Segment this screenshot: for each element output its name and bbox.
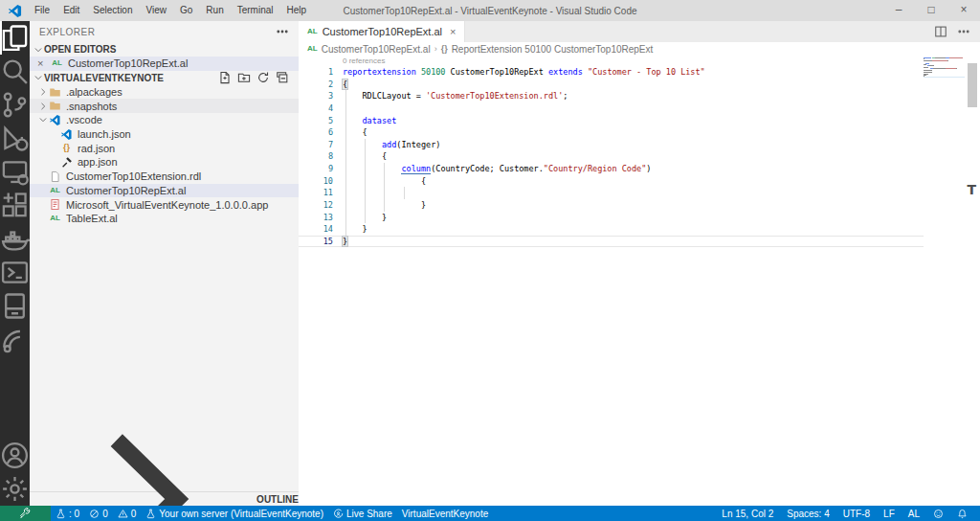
close-icon[interactable]: × bbox=[450, 26, 456, 37]
line-number[interactable]: 12 bbox=[299, 199, 333, 212]
code-line[interactable]: 10 { bbox=[299, 175, 924, 188]
workspace-name-item[interactable]: VirtualEventKeynote bbox=[397, 509, 493, 519]
account-icon[interactable] bbox=[0, 439, 30, 472]
code-line[interactable]: 15} bbox=[299, 236, 924, 248]
al-server-item[interactable]: Your own server (VirtualEventKeynote) bbox=[141, 509, 328, 519]
breadcrumb-item[interactable]: ReportExtension 50100 CustomerTop10RepEx… bbox=[452, 44, 654, 55]
tree-item--vscode[interactable]: .vscode bbox=[30, 113, 299, 127]
line-number[interactable]: 4 bbox=[299, 102, 333, 115]
new-file-icon[interactable] bbox=[218, 71, 232, 84]
code-line[interactable]: 9 column(CountryCode; Customer."Country/… bbox=[299, 163, 924, 175]
menu-go[interactable]: Go bbox=[173, 0, 199, 21]
encoding-item[interactable]: UTF-8 bbox=[836, 509, 877, 519]
open-editor-item[interactable]: ×ALCustomerTop10RepExt.al bbox=[30, 57, 299, 71]
signal-icon[interactable] bbox=[0, 323, 30, 356]
eol-item[interactable]: LF bbox=[877, 509, 902, 519]
problems-errors-item[interactable]: 0 bbox=[84, 509, 113, 519]
line-number[interactable]: 7 bbox=[299, 139, 333, 151]
run-debug-icon[interactable] bbox=[0, 122, 30, 155]
line-number[interactable]: 3 bbox=[299, 90, 333, 102]
problems-warnings-item[interactable]: 0 bbox=[113, 509, 142, 519]
codelens-references[interactable]: 0 references bbox=[299, 56, 980, 66]
code-line[interactable]: 7 add(Integer) bbox=[299, 139, 924, 151]
more-actions-icon[interactable] bbox=[957, 25, 970, 38]
code-line[interactable]: 4 bbox=[299, 102, 924, 115]
live-share-item[interactable]: Live Share bbox=[328, 509, 397, 519]
line-number[interactable]: 14 bbox=[299, 223, 333, 236]
tree-item-rad-json[interactable]: {}rad.json bbox=[30, 141, 299, 155]
code-line[interactable]: 13 } bbox=[299, 212, 924, 224]
minimize-button[interactable]: – bbox=[882, 0, 915, 21]
indentation-item[interactable]: Spaces: 4 bbox=[780, 509, 835, 519]
line-number[interactable]: 6 bbox=[299, 126, 333, 139]
storage-icon[interactable] bbox=[0, 289, 30, 323]
snapshot-count-item[interactable]: : 0 bbox=[51, 509, 84, 519]
new-folder-icon[interactable] bbox=[237, 71, 251, 84]
remote-explorer-icon[interactable] bbox=[0, 155, 30, 189]
split-editor-icon[interactable] bbox=[934, 25, 947, 38]
code-line[interactable]: 5 dataset bbox=[299, 115, 924, 127]
line-number[interactable]: 8 bbox=[299, 150, 333, 163]
line-number[interactable]: 11 bbox=[299, 187, 333, 199]
extensions-icon[interactable] bbox=[0, 189, 30, 222]
line-number[interactable]: 13 bbox=[299, 212, 333, 224]
feedback-item[interactable] bbox=[926, 509, 950, 519]
more-actions-icon[interactable] bbox=[276, 25, 289, 38]
search-icon[interactable] bbox=[0, 55, 30, 88]
tree-item--snapshots[interactable]: .snapshots bbox=[30, 99, 299, 113]
tree-item--alpackages[interactable]: .alpackages bbox=[30, 85, 299, 100]
scrollbar-thumb[interactable] bbox=[968, 63, 977, 107]
code-editor[interactable]: 0 references 1reportextension 50100 Cust… bbox=[299, 56, 980, 506]
tree-item-label: TableExt.al bbox=[66, 213, 118, 224]
close-icon[interactable]: × bbox=[37, 57, 49, 69]
code-line[interactable]: 2{ bbox=[299, 79, 924, 91]
tree-item-customertop10repext-al[interactable]: ALCustomerTop10RepExt.al bbox=[30, 184, 299, 198]
line-number[interactable]: 9 bbox=[299, 163, 333, 175]
remote-indicator[interactable] bbox=[0, 506, 51, 521]
menu-selection[interactable]: Selection bbox=[86, 0, 139, 21]
tree-item-microsoft-virtualeventkeynote-1-0-0-0-app[interactable]: Microsoft_VirtualEventKeynote_1.0.0.0.ap… bbox=[30, 197, 299, 212]
menu-run[interactable]: Run bbox=[199, 0, 230, 21]
breadcrumb-item[interactable]: CustomerTop10RepExt.al bbox=[322, 44, 431, 55]
line-number[interactable]: 5 bbox=[299, 115, 333, 127]
refresh-icon[interactable] bbox=[256, 71, 270, 84]
code-line[interactable]: 12 } bbox=[299, 199, 924, 212]
chevron-right-icon bbox=[37, 86, 49, 98]
line-number[interactable]: 1 bbox=[299, 66, 333, 79]
open-editors-section[interactable]: OPEN EDITORS bbox=[30, 42, 299, 57]
line-number[interactable]: 2 bbox=[299, 79, 333, 91]
code-line[interactable]: 6 { bbox=[299, 126, 924, 139]
explorer-icon[interactable] bbox=[0, 21, 30, 55]
notifications-item[interactable] bbox=[950, 509, 974, 519]
close-button[interactable]: × bbox=[947, 0, 980, 21]
powershell-icon[interactable] bbox=[0, 256, 30, 289]
outline-section[interactable]: OUTLINE bbox=[30, 491, 299, 506]
source-control-icon[interactable] bbox=[0, 88, 30, 122]
minimap[interactable] bbox=[924, 57, 965, 78]
code-line[interactable]: 8 { bbox=[299, 150, 924, 163]
code-line[interactable]: 3 RDLCLayout = 'CustomerTop10Extension.r… bbox=[299, 90, 924, 102]
menu-terminal[interactable]: Terminal bbox=[231, 0, 280, 21]
workspace-section[interactable]: VIRTUALEVENTKEYNOTE bbox=[30, 71, 299, 85]
tree-item-app-json[interactable]: app.json bbox=[30, 155, 299, 170]
collapse-all-icon[interactable] bbox=[276, 71, 289, 84]
cursor-position-item[interactable]: Ln 15, Col 2 bbox=[715, 509, 780, 519]
tab-customertop10repext[interactable]: AL CustomerTop10RepExt.al × bbox=[299, 21, 465, 42]
code-line[interactable]: 14 } bbox=[299, 223, 924, 236]
language-mode-item[interactable]: AL bbox=[902, 509, 926, 519]
scrollbar[interactable] bbox=[965, 56, 980, 506]
menu-file[interactable]: File bbox=[28, 0, 56, 21]
tree-item-tableext-al[interactable]: ALTableExt.al bbox=[30, 212, 299, 226]
code-line[interactable]: 1reportextension 50100 CustomerTop10RepE… bbox=[299, 66, 924, 79]
line-number[interactable]: 10 bbox=[299, 175, 333, 188]
code-line[interactable]: 11 bbox=[299, 187, 924, 199]
menu-help[interactable]: Help bbox=[280, 0, 314, 21]
line-number[interactable]: 15 bbox=[299, 236, 333, 248]
tree-item-launch-json[interactable]: launch.json bbox=[30, 127, 299, 142]
maximize-button[interactable]: □ bbox=[915, 0, 947, 21]
menu-view[interactable]: View bbox=[140, 0, 174, 21]
docker-icon[interactable] bbox=[0, 222, 30, 256]
menu-edit[interactable]: Edit bbox=[56, 0, 86, 21]
settings-icon[interactable] bbox=[0, 472, 30, 506]
tree-item-customertop10extension-rdl[interactable]: CustomerTop10Extension.rdl bbox=[30, 170, 299, 184]
